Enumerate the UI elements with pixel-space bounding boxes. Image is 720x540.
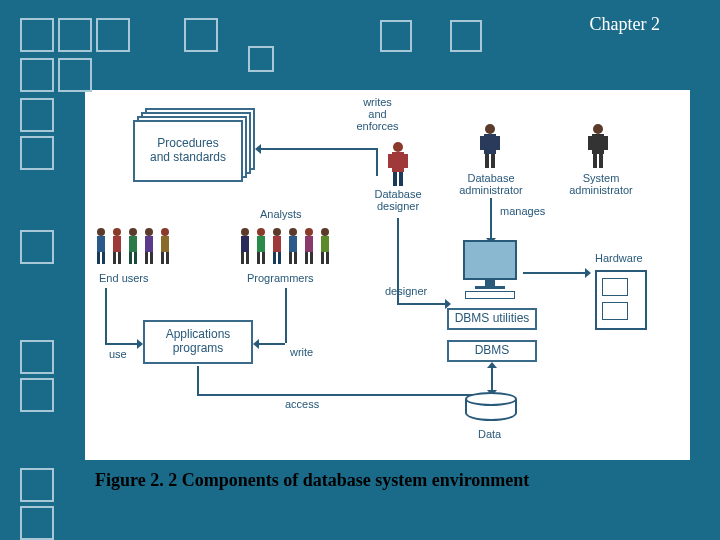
- people-group-icon: [235, 225, 335, 271]
- diagram-canvas: Procedures and standards writes and enfo…: [85, 90, 690, 460]
- analysts-label: Analysts: [260, 208, 302, 220]
- arrow-access-v1: [197, 366, 199, 394]
- svg-rect-52: [289, 252, 292, 264]
- svg-point-6: [485, 124, 495, 134]
- svg-rect-17: [604, 136, 608, 150]
- svg-rect-36: [161, 252, 164, 264]
- decor-square: [58, 18, 92, 52]
- svg-rect-31: [145, 236, 153, 252]
- arrow-write-h: [259, 343, 285, 345]
- svg-rect-37: [166, 252, 169, 264]
- svg-rect-29: [134, 252, 137, 264]
- svg-point-12: [593, 124, 603, 134]
- edge-use-label: use: [109, 348, 127, 360]
- applications-box: Applications programs: [143, 320, 253, 364]
- decor-square: [184, 18, 218, 52]
- decor-square: [20, 378, 54, 412]
- decor-square: [20, 58, 54, 92]
- figure-caption: Figure 2. 2 Components of database syste…: [95, 470, 529, 491]
- svg-rect-7: [484, 134, 496, 154]
- svg-rect-44: [257, 252, 260, 264]
- svg-rect-21: [102, 252, 105, 264]
- svg-rect-16: [588, 136, 592, 150]
- svg-rect-55: [305, 236, 313, 252]
- svg-rect-11: [496, 136, 500, 150]
- svg-point-22: [113, 228, 121, 236]
- decor-square: [450, 20, 482, 52]
- people-group-icon: [91, 225, 179, 271]
- arrow-designer-v: [397, 218, 399, 303]
- arrow-designer-procedures: [261, 148, 376, 150]
- decor-square: [20, 18, 54, 52]
- svg-rect-33: [150, 252, 153, 264]
- svg-rect-56: [305, 252, 308, 264]
- decor-square: [380, 20, 412, 52]
- decor-square: [20, 230, 54, 264]
- svg-point-34: [161, 228, 169, 236]
- svg-rect-49: [278, 252, 281, 264]
- arrow-designer-procedures-v: [376, 148, 378, 176]
- db-designer-figure: [385, 140, 411, 192]
- svg-rect-53: [294, 252, 297, 264]
- edge-writes-enforces-label: writes and enforces: [350, 96, 405, 132]
- decor-square: [20, 340, 54, 374]
- edge-designer-label: designer: [385, 285, 427, 297]
- svg-rect-23: [113, 236, 121, 252]
- svg-rect-3: [399, 172, 403, 186]
- svg-rect-32: [145, 252, 148, 264]
- programmers-figures: [235, 225, 335, 271]
- computer-icon: [463, 240, 517, 299]
- svg-point-46: [273, 228, 281, 236]
- svg-rect-41: [246, 252, 249, 264]
- svg-rect-61: [326, 252, 329, 264]
- arrow-use-v: [105, 288, 107, 343]
- decor-square: [96, 18, 130, 52]
- svg-point-42: [257, 228, 265, 236]
- edge-access-label: access: [285, 398, 319, 410]
- svg-rect-14: [593, 154, 597, 168]
- edge-write-label: write: [290, 346, 313, 358]
- svg-rect-57: [310, 252, 313, 264]
- svg-rect-1: [392, 152, 404, 172]
- chapter-label: Chapter 2: [590, 14, 660, 35]
- hardware-label: Hardware: [595, 252, 643, 264]
- db-admin-figure: [477, 122, 503, 174]
- end-users-figures: [91, 225, 179, 271]
- svg-point-0: [393, 142, 403, 152]
- person-icon: [477, 122, 503, 170]
- decor-square: [20, 98, 54, 132]
- db-admin-label: Database administrator: [455, 172, 527, 196]
- dbms-utilities-box: DBMS utilities: [447, 308, 537, 330]
- arrow-dbms-data: [491, 364, 493, 390]
- svg-rect-2: [393, 172, 397, 186]
- svg-rect-35: [161, 236, 169, 252]
- svg-rect-40: [241, 252, 244, 264]
- procedures-box: Procedures and standards: [133, 120, 243, 182]
- decor-square: [20, 136, 54, 170]
- edge-manages-label: manages: [500, 205, 545, 217]
- svg-rect-5: [404, 154, 408, 168]
- decor-square: [20, 468, 54, 502]
- svg-rect-10: [480, 136, 484, 150]
- decor-square: [20, 506, 54, 540]
- svg-point-18: [97, 228, 105, 236]
- decor-square: [58, 58, 92, 92]
- svg-rect-48: [273, 252, 276, 264]
- arrow-write-v: [285, 288, 287, 343]
- svg-rect-60: [321, 252, 324, 264]
- svg-rect-45: [262, 252, 265, 264]
- svg-rect-8: [485, 154, 489, 168]
- person-icon: [385, 140, 411, 188]
- svg-point-30: [145, 228, 153, 236]
- svg-rect-25: [118, 252, 121, 264]
- svg-point-26: [129, 228, 137, 236]
- svg-rect-20: [97, 252, 100, 264]
- data-cylinder-icon: [465, 392, 517, 424]
- svg-rect-24: [113, 252, 116, 264]
- arrow-access-h: [197, 394, 491, 396]
- svg-rect-28: [129, 252, 132, 264]
- svg-point-54: [305, 228, 313, 236]
- svg-point-38: [241, 228, 249, 236]
- arrow-designer-dbms: [397, 303, 445, 305]
- data-label: Data: [478, 428, 501, 440]
